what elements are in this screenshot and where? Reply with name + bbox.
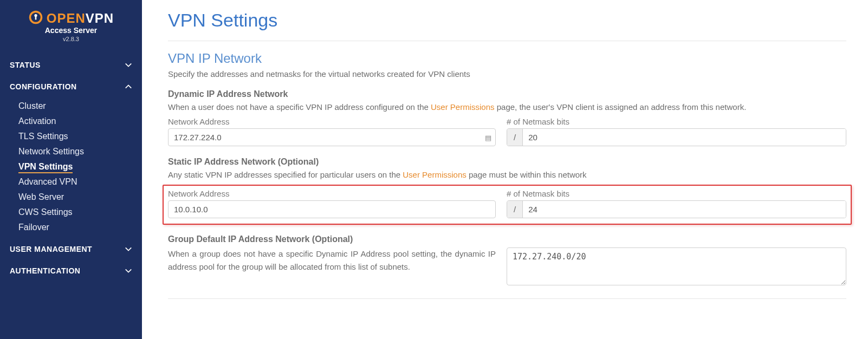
dynamic-netmask-input[interactable] xyxy=(523,129,846,146)
dynamic-network-address-label: Network Address xyxy=(168,117,496,126)
user-permissions-link[interactable]: User Permissions xyxy=(403,170,467,179)
static-ip-title: Static IP Address Network (Optional) xyxy=(168,157,846,167)
main-content: VPN Settings VPN IP Network Specify the … xyxy=(142,0,868,339)
nav-section-status-label: STATUS xyxy=(10,61,41,69)
divider xyxy=(168,41,846,41)
dynamic-netmask-group: / xyxy=(507,128,846,146)
text: page must be within this network xyxy=(467,170,587,179)
nav-section-authentication[interactable]: AUTHENTICATION xyxy=(0,260,142,282)
group-default-block: Group Default IP Address Network (Option… xyxy=(168,234,846,288)
slash-prefix: / xyxy=(507,201,523,218)
chevron-down-icon xyxy=(125,61,132,69)
sidebar-item-label: TLS Settings xyxy=(18,132,68,141)
nav-section-configuration[interactable]: CONFIGURATION xyxy=(0,76,142,97)
sidebar-item-label: CWS Settings xyxy=(18,207,73,217)
sidebar: OPENVPN Access Server v2.8.3 STATUS CONF… xyxy=(0,0,142,339)
sidebar-item-label: Web Server xyxy=(18,192,64,201)
brand-vpn: VPN xyxy=(86,11,114,25)
sidebar-item-label: Network Settings xyxy=(18,147,84,156)
sidebar-item-label: Cluster xyxy=(18,101,46,110)
static-netmask-group: / xyxy=(507,200,846,218)
sidebar-item-cws-settings[interactable]: CWS Settings xyxy=(18,205,142,220)
nav-section-configuration-label: CONFIGURATION xyxy=(10,82,77,91)
nav-section-status[interactable]: STATUS xyxy=(0,54,142,76)
nav-section-user-management[interactable]: USER MANAGEMENT xyxy=(0,238,142,260)
sidebar-item-activation[interactable]: Activation xyxy=(18,114,142,129)
static-netmask-label: # of Netmask bits xyxy=(507,189,846,198)
static-ip-block: Static IP Address Network (Optional) Any… xyxy=(168,157,846,225)
text: Any static VPN IP addresses specified fo… xyxy=(168,170,403,179)
section-title: VPN IP Network xyxy=(168,51,846,66)
openvpn-logo-icon xyxy=(28,10,43,27)
page-title: VPN Settings xyxy=(168,10,846,31)
sidebar-item-label: Advanced VPN xyxy=(18,177,77,186)
nav-section-user-management-label: USER MANAGEMENT xyxy=(10,245,92,253)
static-ip-description: Any static VPN IP addresses specified fo… xyxy=(168,170,846,179)
static-netmask-input[interactable] xyxy=(523,201,846,218)
sidebar-item-cluster[interactable]: Cluster xyxy=(18,99,142,114)
sidebar-item-tls-settings[interactable]: TLS Settings xyxy=(18,129,142,144)
sidebar-item-label: VPN Settings xyxy=(18,162,73,173)
text: page, the user's VPN client is assigned … xyxy=(495,102,747,112)
chevron-down-icon xyxy=(125,245,132,253)
sidebar-item-advanced-vpn[interactable]: Advanced VPN xyxy=(18,174,142,190)
brand-version: v2.8.3 xyxy=(0,36,142,42)
chevron-down-icon xyxy=(125,267,132,275)
dynamic-ip-description: When a user does not have a specific VPN… xyxy=(168,102,846,112)
brand-logo: OPENVPN Access Server v2.8.3 xyxy=(0,5,142,50)
section-description: Specify the addresses and netmasks for t… xyxy=(168,69,846,79)
group-default-subnets-input[interactable] xyxy=(507,247,846,285)
nav-section-authentication-label: AUTHENTICATION xyxy=(10,266,80,275)
static-ip-highlight: Network Address # of Netmask bits / xyxy=(163,185,852,225)
brand-subtitle: Access Server xyxy=(0,26,142,35)
svg-rect-2 xyxy=(35,16,37,19)
brand-wordmark: OPENVPN xyxy=(47,11,114,26)
dynamic-network-address-input[interactable] xyxy=(168,128,496,146)
nav-config-items: Cluster Activation TLS Settings Network … xyxy=(0,97,142,238)
dynamic-ip-block: Dynamic IP Address Network When a user d… xyxy=(168,89,846,146)
dynamic-netmask-label: # of Netmask bits xyxy=(507,117,846,126)
user-permissions-link[interactable]: User Permissions xyxy=(431,102,495,112)
sidebar-item-network-settings[interactable]: Network Settings xyxy=(18,144,142,159)
sidebar-item-web-server[interactable]: Web Server xyxy=(18,190,142,205)
slash-prefix: / xyxy=(507,129,523,146)
chevron-up-icon xyxy=(125,83,132,90)
static-network-address-input[interactable] xyxy=(168,200,496,218)
group-default-title: Group Default IP Address Network (Option… xyxy=(168,234,846,244)
sidebar-item-failover[interactable]: Failover xyxy=(18,220,142,235)
dynamic-ip-title: Dynamic IP Address Network xyxy=(168,89,846,99)
sidebar-item-label: Failover xyxy=(18,223,49,232)
divider xyxy=(168,298,846,299)
sidebar-nav: STATUS CONFIGURATION Cluster Activation … xyxy=(0,54,142,282)
brand-open: OPEN xyxy=(47,11,86,25)
group-default-description: When a group does not have a specific Dy… xyxy=(168,247,496,273)
static-network-address-label: Network Address xyxy=(168,189,496,198)
sidebar-item-label: Activation xyxy=(18,116,56,126)
text: When a user does not have a specific VPN… xyxy=(168,102,431,112)
sidebar-item-vpn-settings[interactable]: VPN Settings xyxy=(18,159,142,174)
